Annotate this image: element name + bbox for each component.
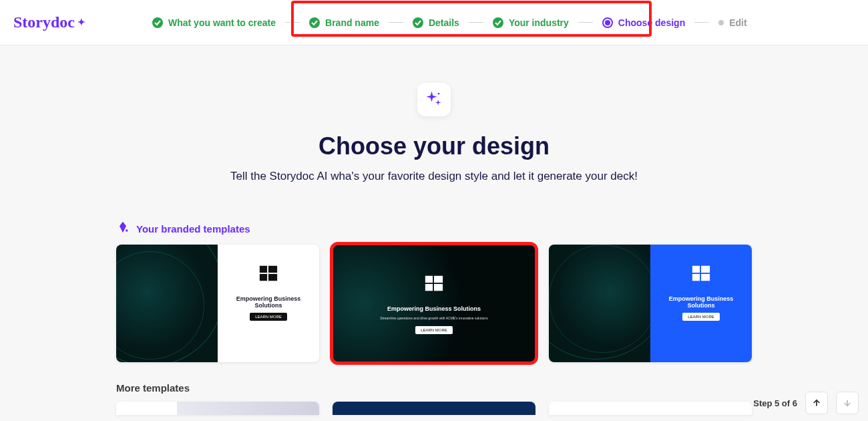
header-bar: Storydoc ✦ What you want to create Brand… [0, 0, 868, 45]
step-label: What you want to create [168, 17, 276, 28]
sparkle-icon: ✦ [77, 17, 85, 28]
step-label: Choose design [618, 17, 685, 28]
svg-rect-2 [260, 266, 267, 273]
step-label: Brand name [325, 17, 379, 28]
step-label: Your industry [509, 17, 569, 28]
template-title: Empowering Business Solutions [387, 305, 481, 312]
template-card-2[interactable]: Empowering Business Solutions Streamline… [333, 245, 535, 362]
footer-nav: Step 5 of 6 [753, 392, 859, 414]
diamond-sparkle-icon [116, 221, 130, 237]
progress-steps: What you want to create Brand name Detai… [152, 17, 747, 28]
section-header: Your branded templates [116, 221, 752, 237]
template-preview-image [549, 245, 650, 362]
svg-rect-4 [260, 274, 267, 281]
check-icon [493, 17, 503, 28]
step-connector [469, 22, 483, 23]
arrow-up-icon [812, 398, 821, 408]
svg-rect-3 [268, 266, 277, 273]
step-details[interactable]: Details [413, 17, 459, 28]
windows-logo-icon [258, 263, 278, 283]
template-cta: LEARN MORE [682, 313, 720, 321]
svg-rect-5 [268, 274, 277, 281]
svg-rect-10 [692, 266, 700, 273]
main-content: Choose your design Tell the Storydoc AI … [0, 45, 868, 415]
template-card-more-2[interactable] [333, 402, 535, 415]
svg-rect-7 [434, 275, 443, 282]
brand-name: Storydoc [13, 13, 75, 31]
template-preview-image [116, 245, 218, 362]
template-card-more-1[interactable] [116, 402, 319, 415]
svg-point-0 [438, 93, 440, 95]
template-preview-panel: Empowering Business Solutions LEARN MORE [218, 245, 319, 362]
svg-rect-9 [434, 283, 443, 290]
svg-rect-6 [425, 275, 433, 282]
page-subtitle: Tell the Storydoc AI wha's your favorite… [0, 170, 868, 183]
step-brand-name[interactable]: Brand name [309, 17, 379, 28]
template-preview-panel: Empowering Business Solutions LEARN MORE [650, 245, 752, 362]
section-label: Your branded templates [136, 223, 250, 235]
radio-current-icon [602, 17, 613, 28]
check-icon [309, 17, 320, 28]
svg-rect-13 [701, 274, 710, 281]
windows-logo-icon [691, 263, 711, 283]
step-edit[interactable]: Edit [718, 17, 746, 28]
ai-sparkle-badge [417, 83, 451, 116]
step-choose-design[interactable]: Choose design [602, 17, 685, 28]
brand-logo[interactable]: Storydoc ✦ [13, 13, 85, 31]
prev-step-button[interactable] [805, 392, 828, 414]
template-card-more-3[interactable] [549, 402, 752, 415]
template-title: Empowering Business Solutions [660, 295, 742, 309]
svg-rect-12 [692, 274, 700, 281]
step-label: Details [429, 17, 459, 28]
step-connector [389, 22, 403, 23]
template-row: Empowering Business Solutions LEARN MORE… [116, 245, 752, 362]
sparkle-icon [425, 90, 443, 109]
step-connector [694, 22, 709, 23]
step-label: Edit [729, 17, 746, 28]
arrow-down-icon [843, 398, 852, 408]
template-card-1[interactable]: Empowering Business Solutions LEARN MORE [116, 245, 319, 362]
template-row [116, 402, 752, 415]
svg-point-1 [126, 229, 128, 231]
step-connector [285, 22, 300, 23]
template-subtitle: Streamline operations and drive growth w… [380, 316, 487, 321]
section-label: More templates [116, 382, 752, 394]
template-card-3[interactable]: Empowering Business Solutions LEARN MORE [549, 245, 752, 362]
page-title: Choose your design [0, 132, 868, 160]
template-title: Empowering Business Solutions [227, 295, 310, 309]
step-counter: Step 5 of 6 [753, 398, 797, 408]
svg-rect-11 [701, 266, 710, 273]
check-icon [413, 17, 423, 28]
more-templates-section: More templates [116, 382, 752, 415]
check-icon [152, 17, 163, 28]
dot-pending-icon [718, 20, 724, 25]
template-preview-panel: Empowering Business Solutions Streamline… [333, 245, 535, 362]
step-industry[interactable]: Your industry [493, 17, 569, 28]
step-what-create[interactable]: What you want to create [152, 17, 276, 28]
branded-templates-section: Your branded templates Empowering Busine… [116, 221, 752, 362]
template-cta: LEARN MORE [415, 326, 453, 334]
template-cta: LEARN MORE [250, 313, 287, 321]
windows-logo-icon [424, 273, 444, 293]
svg-rect-8 [425, 283, 433, 290]
next-step-button[interactable] [836, 392, 859, 414]
step-connector [578, 22, 593, 23]
